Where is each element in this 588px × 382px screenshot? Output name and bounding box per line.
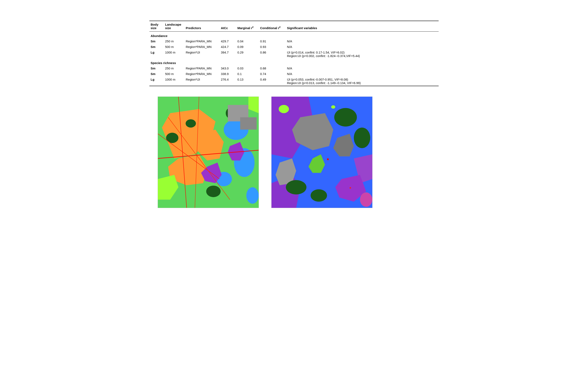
cell-significant: IJI (p=0.014, confint: 0.17-1.54, VIF=6.… — [286, 50, 439, 59]
cell-marginal_r2: 0.03 — [236, 65, 259, 71]
cell-significant: IJI (p=0.053, confint:-0.007-0.951, VIF=… — [286, 77, 439, 86]
col-header-landscape-size: Landscapesize — [164, 21, 185, 32]
col-header-conditional: Conditional r2 — [259, 21, 286, 32]
cell-conditional_r2: 0.91 — [259, 39, 286, 44]
svg-point-9 — [186, 119, 196, 128]
section-label-1: Species richness — [149, 59, 439, 65]
cell-marginal_r2: 0.09 — [236, 44, 259, 50]
table-row: Sm250 mRegion*PARA_MN429.70.040.91N/A — [149, 39, 439, 44]
cell-body_size: Sm — [149, 44, 164, 50]
cell-predictors: Region*IJI — [185, 50, 220, 59]
cell-predictors: Region*PARA_MN — [185, 65, 220, 71]
col-header-aicc: AICc — [220, 21, 236, 32]
svg-rect-39 — [350, 187, 351, 189]
svg-point-32 — [354, 127, 370, 148]
cell-conditional_r2: 0.86 — [259, 50, 286, 59]
svg-point-8 — [166, 133, 179, 143]
cell-predictors: Region*PARA_MN — [185, 44, 220, 50]
cell-body_size: Sm — [149, 65, 164, 71]
section-header-1: Species richness — [149, 59, 439, 65]
section-header-0: Abundance — [149, 32, 439, 39]
col-header-body-size: Bodysize — [149, 21, 164, 32]
svg-rect-13 — [240, 117, 257, 130]
data-table: Bodysize Landscapesize Predictors AICc M… — [149, 21, 439, 86]
cell-conditional_r2: 0.49 — [259, 77, 286, 86]
svg-point-34 — [311, 189, 327, 202]
cell-body_size: Lg — [149, 77, 164, 86]
page-content: Bodysize Landscapesize Predictors AICc M… — [149, 8, 439, 208]
cell-landscape_size: 500 m — [164, 44, 185, 50]
cell-landscape_size: 500 m — [164, 71, 185, 77]
cell-landscape_size: 1000 m — [164, 50, 185, 59]
svg-point-33 — [286, 180, 307, 195]
map-right-svg — [272, 97, 372, 208]
cell-aicc: 394.7 — [220, 50, 236, 59]
cell-aicc: 424.7 — [220, 44, 236, 50]
cell-aicc: 343.0 — [220, 65, 236, 71]
svg-point-31 — [334, 108, 357, 127]
table-row: Sm500 mRegion*PARA_MN338.90.10.74N/A — [149, 71, 439, 77]
cell-significant: N/A — [286, 44, 439, 50]
col-header-marginal: Marginal r2 — [236, 21, 259, 32]
svg-point-11 — [206, 186, 221, 197]
col-header-predictors: Predictors — [185, 21, 220, 32]
svg-point-35 — [279, 105, 289, 113]
cell-marginal_r2: 0.04 — [236, 39, 259, 44]
cell-marginal_r2: 0.13 — [236, 77, 259, 86]
cell-landscape_size: 250 m — [164, 65, 185, 71]
cell-landscape_size: 1000 m — [164, 77, 185, 86]
svg-point-7 — [246, 187, 259, 204]
map-right — [271, 96, 373, 208]
cell-landscape_size: 250 m — [164, 39, 185, 44]
cell-significant: N/A — [286, 65, 439, 71]
cell-conditional_r2: 0.93 — [259, 44, 286, 50]
svg-rect-38 — [327, 158, 329, 160]
col-header-significant: Significant variables — [286, 21, 439, 32]
table-row: Sm500 mRegion*PARA_MN424.70.090.93N/A — [149, 44, 439, 50]
cell-significant: N/A — [286, 39, 439, 44]
cell-marginal_r2: 0.1 — [236, 71, 259, 77]
table-row: Sm250 mRegion*PARA_MN343.00.030.68N/A — [149, 65, 439, 71]
cell-predictors: Region*PARA_MN — [185, 71, 220, 77]
table-row: Lg1000 mRegion*IJI394.70.290.86IJI (p=0.… — [149, 50, 439, 59]
svg-point-36 — [331, 105, 335, 109]
table-row: Lg1000 mRegion*IJI276.40.130.49IJI (p=0.… — [149, 77, 439, 86]
cell-aicc: 429.7 — [220, 39, 236, 44]
map-left — [158, 96, 259, 208]
map-left-svg — [158, 97, 259, 208]
cell-conditional_r2: 0.68 — [259, 65, 286, 71]
cell-significant: N/A — [286, 71, 439, 77]
cell-conditional_r2: 0.74 — [259, 71, 286, 77]
cell-aicc: 276.4 — [220, 77, 236, 86]
cell-predictors: Region*PARA_MN — [185, 39, 220, 44]
svg-point-40 — [360, 192, 372, 207]
cell-predictors: Region*IJI — [185, 77, 220, 86]
cell-body_size: Sm — [149, 39, 164, 44]
cell-marginal_r2: 0.29 — [236, 50, 259, 59]
cell-aicc: 338.9 — [220, 71, 236, 77]
maps-container — [149, 96, 439, 208]
cell-body_size: Lg — [149, 50, 164, 59]
cell-body_size: Sm — [149, 71, 164, 77]
section-label-0: Abundance — [149, 32, 439, 39]
